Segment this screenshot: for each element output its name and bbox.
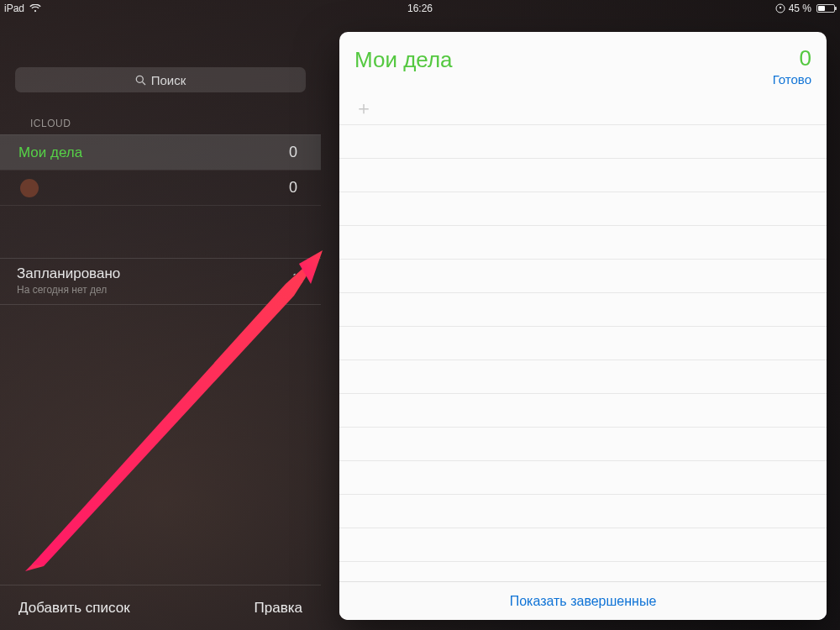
show-completed-button[interactable]: Показать завершенные	[510, 594, 657, 609]
rotation-lock-icon	[775, 3, 785, 13]
card-title: Мои дела	[354, 47, 453, 73]
device-label: iPad	[4, 3, 24, 14]
status-bar: iPad 16:26 45 %	[0, 0, 840, 17]
list-label: Мои дела	[18, 144, 82, 161]
alarm-clock-icon	[291, 271, 306, 290]
wifi-icon	[29, 4, 41, 13]
search-placeholder: Поиск	[151, 73, 186, 87]
status-time: 16:26	[407, 3, 433, 14]
list-row-mydeals[interactable]: Мои дела 0	[0, 134, 321, 170]
list-count: 0	[289, 179, 297, 197]
plus-icon: ＋	[354, 99, 373, 118]
card-count: 0	[773, 47, 811, 69]
battery-icon	[815, 4, 835, 13]
scheduled-row[interactable]: Запланировано На сегодня нет дел	[0, 258, 321, 305]
search-icon	[135, 75, 146, 86]
svg-line-7	[302, 274, 303, 276]
list-count: 0	[289, 144, 297, 161]
scheduled-subtitle: На сегодня нет дел	[17, 284, 120, 296]
sidebar: Поиск ICLOUD Мои дела 0 0 Запланировано …	[0, 17, 321, 630]
list-color-dot	[20, 179, 39, 197]
search-input[interactable]: Поиск	[15, 67, 306, 92]
add-reminder-row[interactable]: ＋	[339, 92, 827, 125]
section-header: ICLOUD	[0, 101, 321, 134]
battery-percent: 45 %	[789, 3, 811, 14]
list-row-other[interactable]: 0	[0, 170, 321, 205]
svg-line-5	[298, 280, 300, 281]
add-list-button[interactable]: Добавить список	[18, 600, 130, 617]
reminders-list-area[interactable]	[339, 125, 827, 581]
divider	[0, 205, 321, 206]
reminders-card: Мои дела 0 Готово ＋ Показать завершенные	[339, 32, 827, 620]
scheduled-title: Запланировано	[17, 265, 120, 282]
svg-line-6	[294, 274, 296, 276]
sidebar-bottom-bar: Добавить список Правка	[0, 585, 321, 630]
edit-button[interactable]: Правка	[255, 600, 302, 617]
svg-line-2	[142, 81, 145, 85]
done-button[interactable]: Готово	[773, 72, 811, 87]
svg-point-1	[136, 76, 143, 82]
